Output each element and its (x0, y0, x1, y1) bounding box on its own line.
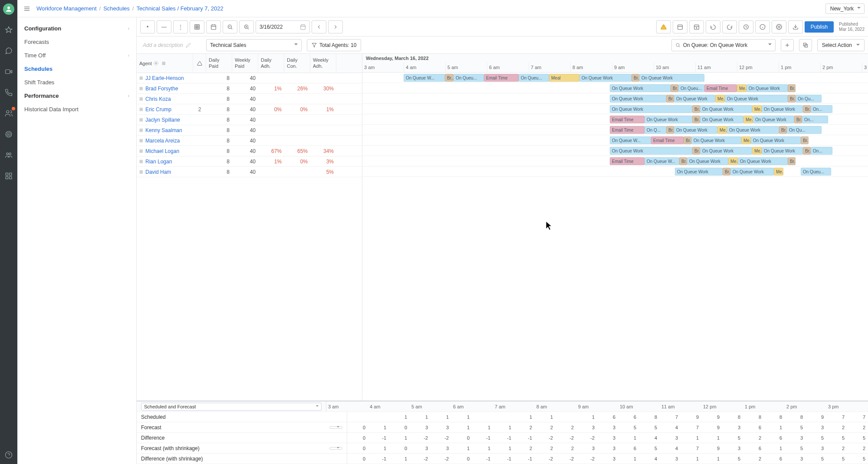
tb-zoom-in[interactable] (239, 20, 254, 33)
expand-icon[interactable]: ⊞ (139, 86, 143, 91)
schedule-bar[interactable]: Me... (715, 95, 725, 103)
expand-icon[interactable]: ⊞ (139, 76, 143, 80)
schedule-bar[interactable]: On Queue Work (610, 147, 692, 155)
schedule-row[interactable]: On Queue W...Email TimeBr...On Queue Wor… (362, 135, 868, 146)
timezone-select[interactable]: New_York (825, 3, 865, 14)
star-icon[interactable] (3, 24, 14, 36)
bottom-dropdown[interactable]: Scheduled and Forecast (141, 403, 322, 411)
schedule-bar[interactable]: On Queue Work (751, 136, 801, 144)
schedule-bar[interactable]: On Queue Work (674, 95, 715, 103)
schedule-bar[interactable]: On Queue Work (727, 126, 779, 134)
agent-name[interactable]: David Ham (145, 169, 171, 175)
schedule-bar[interactable]: Br... (666, 95, 674, 103)
schedule-bar[interactable]: On Queu... (519, 74, 549, 82)
schedule-bar[interactable]: On Queu... (801, 168, 831, 176)
people-icon[interactable] (3, 149, 14, 161)
schedule-row[interactable]: On Queue WorkBr...On Queu...Email TimeMe… (362, 83, 868, 93)
hdr-warn[interactable] (193, 54, 206, 73)
schedule-bar[interactable]: On Q... (644, 126, 666, 134)
tb-settings-icon[interactable] (772, 20, 786, 33)
date-input[interactable]: 3/16/2022 (256, 20, 310, 33)
tb-redo[interactable] (722, 20, 737, 33)
expand-icon[interactable]: ⊞ (139, 117, 143, 122)
schedule-bar[interactable]: Me... (752, 105, 762, 113)
schedule-bar[interactable]: Br... (631, 74, 639, 82)
schedule-bar[interactable]: On Queue Work (730, 168, 774, 176)
schedule-bar[interactable]: Br... (692, 105, 700, 113)
schedule-bar[interactable]: On... (811, 147, 832, 155)
schedule-bar[interactable]: On Queue Work (610, 95, 666, 103)
tb-grid-icon[interactable] (190, 20, 204, 33)
hdr-dcon[interactable]: DailyCon. (284, 54, 310, 73)
schedule-row[interactable]: On Queue WorkBr...On Queue WorkMe...On Q… (362, 146, 868, 156)
schedule-bar[interactable]: On Queue Work (644, 116, 692, 123)
schedule-bar[interactable]: Me... (743, 116, 753, 123)
sidebar-forecasts[interactable]: Forecasts (17, 35, 136, 49)
expand-icon[interactable]: ⊞ (139, 128, 143, 133)
menu-toggle[interactable] (21, 3, 33, 15)
schedule-bar[interactable]: On Queue Work (675, 168, 723, 176)
schedule-bar[interactable]: On Queue Work (762, 147, 803, 155)
tb-cal-add-icon[interactable] (689, 20, 704, 33)
schedule-bar[interactable]: Br... (666, 126, 674, 134)
agent-name[interactable]: JJ Earle-Henson (145, 75, 184, 81)
expand-icon[interactable]: ⊞ (139, 107, 143, 112)
schedule-bar[interactable]: On Queue W... (610, 136, 651, 144)
schedule-bar[interactable]: Email Time (610, 157, 644, 165)
schedule-bar[interactable]: Me... (717, 126, 727, 134)
schedule-row[interactable]: Email TimeOn Queue WorkBr...On Queue Wor… (362, 114, 868, 125)
agents-count[interactable]: Total Agents: 10 (307, 39, 361, 51)
agent-name[interactable]: Kenny Saalman (145, 127, 182, 133)
crumb-schedules[interactable]: Schedules (103, 5, 130, 12)
help-icon[interactable] (3, 449, 14, 461)
schedule-bar[interactable]: Br... (723, 168, 730, 176)
tb-zoom-out[interactable] (223, 20, 237, 33)
tb-history-icon[interactable] (739, 20, 753, 33)
planning-select[interactable] (329, 426, 342, 429)
schedule-bar[interactable]: Email Time (610, 116, 644, 123)
agent-name[interactable]: Eric Crump (145, 106, 171, 113)
queue-search[interactable]: On Queue: On Queue Work (671, 39, 776, 51)
tb-add-icon[interactable] (781, 39, 794, 51)
tb-cal1-icon[interactable] (673, 20, 687, 33)
sidebar-shifttrades[interactable]: Shift Trades (17, 76, 136, 89)
schedule-bar[interactable]: On Queu... (678, 84, 704, 92)
schedule-bar[interactable]: Br... (671, 84, 678, 92)
expand-icon[interactable]: ⊞ (139, 149, 143, 153)
schedule-bar[interactable]: On Queue Work (725, 95, 788, 103)
schedule-bar[interactable]: Br... (788, 84, 796, 92)
hdr-agent[interactable]: Agent ⊞ (137, 54, 193, 73)
schedule-bar[interactable]: Br... (692, 147, 700, 155)
schedule-bar[interactable]: Br... (779, 126, 787, 134)
hdr-wpaid[interactable]: WeeklyPaid (232, 54, 258, 73)
schedule-row[interactable]: On Queue WorkBr...On Queue WorkMe...On Q… (362, 104, 868, 114)
expand-icon[interactable]: ⊞ (139, 169, 143, 174)
video-icon[interactable] (3, 66, 14, 77)
schedule-bar[interactable]: On Queue Work (738, 157, 788, 165)
schedule-bar[interactable]: Br... (788, 95, 796, 103)
schedule-bar[interactable]: On... (811, 105, 832, 113)
schedule-bar[interactable]: On Queue W... (644, 157, 679, 165)
schedule-bar[interactable]: Me... (752, 147, 762, 155)
schedule-bar[interactable]: On... (802, 116, 828, 123)
team-select[interactable]: Technical Sales (206, 39, 302, 51)
schedule-bar[interactable]: Br... (803, 147, 811, 155)
schedule-row[interactable]: Email TimeOn Q...Br...On Queue WorkMe...… (362, 125, 868, 135)
agent-name[interactable]: Marcela Areiza (145, 138, 180, 144)
schedule-bar[interactable]: On Queue Work (687, 157, 728, 165)
crumb-detail[interactable]: Technical Sales / February 7, 2022 (136, 5, 223, 12)
tb-undo[interactable] (706, 20, 720, 33)
schedule-bar[interactable]: On Queue Work (674, 126, 717, 134)
sidebar-timeoff[interactable]: Time Off› (17, 49, 136, 62)
schedule-bar[interactable]: Email Time (651, 136, 684, 144)
agent-name[interactable]: Jaclyn Spillane (145, 117, 180, 123)
schedule-bar[interactable]: On Queue Work (746, 84, 788, 92)
schedule-bar[interactable]: Me... (774, 168, 783, 176)
phone-icon[interactable] (3, 87, 14, 98)
schedule-row[interactable]: On Queue WorkBr...On Queue WorkMe...On Q… (362, 93, 868, 104)
schedule-bar[interactable]: On Qu... (796, 95, 822, 103)
sidebar-config[interactable]: Configuration› (17, 22, 136, 35)
schedule-bar[interactable]: On Queue Work (700, 105, 752, 113)
schedule-bar[interactable]: On Queue Work (700, 116, 743, 123)
agent-name[interactable]: Michael Logan (145, 148, 179, 154)
